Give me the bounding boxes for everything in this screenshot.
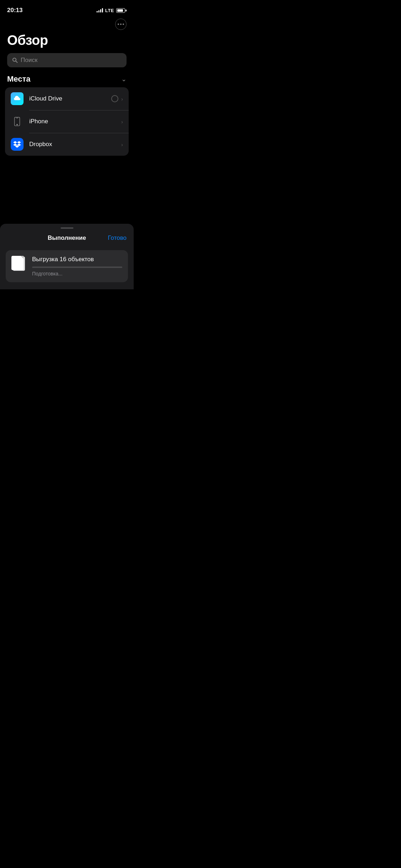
battery-body (116, 8, 125, 13)
icloud-right: › (111, 95, 123, 102)
chevron-down-icon[interactable]: ⌄ (121, 75, 127, 83)
progress-bar-container (32, 267, 122, 268)
handle-bar (61, 227, 73, 229)
battery-icon (116, 8, 127, 13)
progress-title: Выгрузка 16 объектов (32, 256, 122, 263)
iphone-icon (11, 115, 24, 128)
progress-content: Выгрузка 16 объектов Подготовка... (32, 256, 122, 277)
dropbox-label: Dropbox (29, 141, 121, 148)
icloud-label: iCloud Drive (29, 95, 111, 102)
dropbox-icon (11, 138, 24, 151)
battery-fill (117, 9, 123, 12)
signal-bar-4 (102, 8, 103, 12)
search-placeholder: Поиск (21, 57, 37, 64)
svg-marker-5 (13, 141, 17, 144)
signal-bar-3 (100, 9, 101, 12)
sheet-handle (0, 224, 134, 229)
cloud-svg (13, 96, 21, 102)
dot-3 (123, 24, 124, 25)
dot-2 (120, 24, 122, 25)
page-title: Обзор (0, 30, 134, 48)
battery-tip (125, 10, 127, 11)
iphone-chevron: › (121, 119, 123, 125)
dropbox-right: › (121, 141, 123, 148)
search-icon (12, 57, 18, 63)
svg-point-0 (13, 58, 16, 61)
status-right: LTE (97, 8, 127, 13)
signal-bars (97, 8, 103, 12)
icloud-chevron: › (121, 96, 123, 102)
locations-section-title: Места (7, 74, 31, 84)
list-item-iphone[interactable]: iPhone › (5, 110, 129, 133)
signal-bar-2 (98, 10, 99, 12)
iphone-label: iPhone (29, 118, 121, 125)
phone-svg (14, 117, 20, 126)
bottom-sheet: Выполнение Готово Выгрузка 16 объектов П… (0, 224, 134, 289)
sheet-title: Выполнение (29, 234, 105, 242)
svg-point-4 (17, 124, 18, 125)
list-item-dropbox[interactable]: Dropbox › (5, 133, 129, 156)
status-time: 20:13 (7, 7, 22, 14)
search-bar[interactable]: Поиск (7, 53, 127, 67)
search-container: Поиск (0, 48, 134, 67)
signal-bar-1 (97, 11, 98, 12)
svg-marker-6 (17, 141, 21, 144)
more-button[interactable] (115, 19, 127, 30)
lte-label: LTE (105, 8, 114, 13)
more-dots (118, 24, 124, 25)
dot-1 (118, 24, 119, 25)
icloud-icon (11, 92, 24, 105)
file-corner (21, 256, 24, 259)
list-item-icloud[interactable]: iCloud Drive › (5, 87, 129, 110)
file-icon (11, 256, 27, 272)
status-bar: 20:13 LTE (0, 0, 134, 16)
progress-card: Выгрузка 16 объектов Подготовка... (6, 250, 128, 282)
loading-circle (111, 95, 118, 102)
section-header: Места ⌄ (0, 67, 134, 87)
locations-list: iCloud Drive › iPhone › (5, 87, 129, 156)
progress-status: Подготовка... (32, 271, 122, 277)
svg-line-1 (16, 61, 17, 63)
dropbox-svg (13, 141, 21, 148)
sheet-done-button[interactable]: Готово (105, 234, 127, 242)
dropbox-chevron: › (121, 141, 123, 148)
iphone-right: › (121, 119, 123, 125)
more-btn-container (0, 16, 134, 30)
sheet-header: Выполнение Готово (0, 229, 134, 245)
file-page-front (11, 256, 24, 270)
